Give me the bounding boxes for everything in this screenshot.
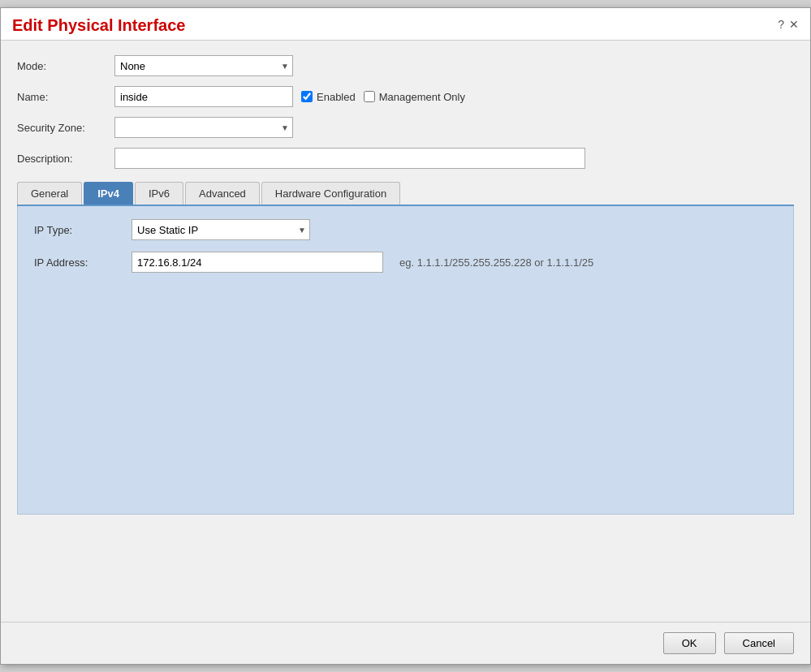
tab-hardware-configuration[interactable]: Hardware Configuration [261, 182, 400, 205]
enabled-checkbox[interactable] [301, 91, 313, 102]
ip-type-label: IP Type: [34, 224, 123, 236]
tab-ipv6[interactable]: IPv6 [135, 182, 183, 205]
edit-physical-interface-dialog: Edit Physical Interface ? ✕ Mode: None R… [0, 7, 811, 665]
ip-address-hint: eg. 1.1.1.1/255.255.255.228 or 1.1.1.1/2… [399, 256, 593, 269]
help-icon[interactable]: ? [778, 18, 784, 31]
enabled-checkbox-wrapper: Enabled [301, 91, 356, 103]
ip-type-row: IP Type: Use Static IP Use DHCP Use PPPo… [34, 219, 777, 240]
zone-select-wrapper[interactable] [114, 117, 293, 138]
name-row: Name: Enabled Management Only [17, 86, 794, 107]
mode-label: Mode: [17, 60, 106, 72]
security-zone-row: Security Zone: [17, 117, 794, 138]
description-label: Description: [17, 153, 106, 165]
mode-row: Mode: None Routed Transparent [17, 55, 794, 76]
dialog-title: Edit Physical Interface [12, 16, 185, 35]
ip-type-select[interactable]: Use Static IP Use DHCP Use PPPoE [132, 219, 310, 240]
description-input[interactable] [114, 148, 585, 169]
management-only-checkbox-wrapper: Management Only [364, 91, 465, 103]
security-zone-label: Security Zone: [17, 122, 106, 134]
zone-select[interactable] [114, 117, 293, 138]
ip-address-row: IP Address: eg. 1.1.1.1/255.255.255.228 … [34, 252, 777, 273]
dialog-titlebar: Edit Physical Interface ? ✕ [1, 8, 810, 41]
close-icon[interactable]: ✕ [789, 18, 799, 31]
management-only-label: Management Only [379, 91, 465, 103]
ok-button[interactable]: OK [663, 632, 716, 654]
name-input[interactable] [114, 86, 293, 107]
ip-address-input[interactable] [132, 252, 383, 273]
tab-general[interactable]: General [17, 182, 82, 205]
ip-type-select-wrapper[interactable]: Use Static IP Use DHCP Use PPPoE [132, 219, 310, 240]
dialog-controls: ? ✕ [778, 18, 799, 31]
name-label: Name: [17, 91, 106, 103]
cancel-button[interactable]: Cancel [724, 632, 794, 654]
enabled-label: Enabled [317, 91, 356, 103]
ip-address-label: IP Address: [34, 256, 123, 269]
mode-select[interactable]: None Routed Transparent [114, 55, 293, 76]
dialog-footer: OK Cancel [1, 622, 810, 664]
tabs-bar: General IPv4 IPv6 Advanced Hardware Conf… [17, 182, 794, 206]
mode-select-wrapper[interactable]: None Routed Transparent [114, 55, 293, 76]
dialog-body: Mode: None Routed Transparent Name: Enab… [1, 41, 810, 622]
description-row: Description: [17, 148, 794, 169]
management-only-checkbox[interactable] [364, 91, 375, 102]
tab-advanced[interactable]: Advanced [185, 182, 260, 205]
tab-ipv4[interactable]: IPv4 [84, 182, 133, 205]
tab-content-ipv4: IP Type: Use Static IP Use DHCP Use PPPo… [17, 206, 794, 515]
tabs-container: General IPv4 IPv6 Advanced Hardware Conf… [17, 179, 794, 515]
